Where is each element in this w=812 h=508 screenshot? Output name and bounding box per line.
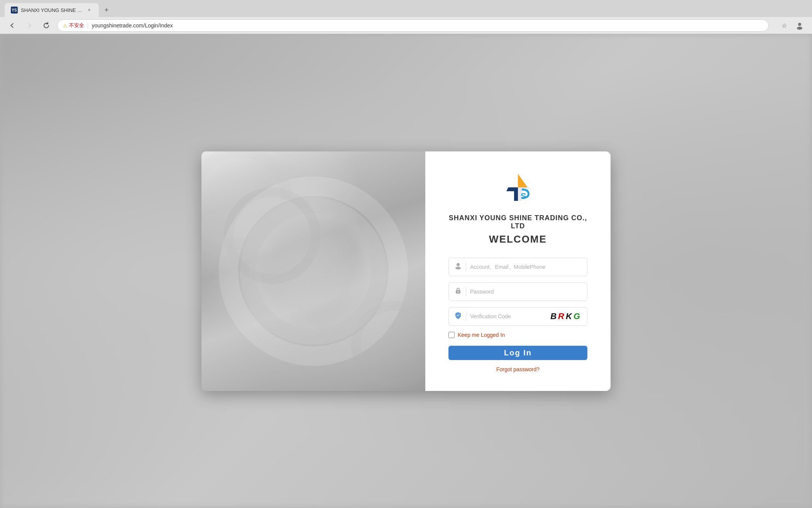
svg-point-11 — [455, 267, 461, 270]
password-form-group — [448, 282, 587, 301]
company-logo: S — [501, 170, 535, 205]
verification-input[interactable] — [470, 313, 532, 319]
remember-label[interactable]: Keep me Logged In — [458, 332, 505, 338]
login-card: S SHANXI YOUNG SHINE TRADING CO., LTD WE… — [201, 151, 611, 391]
lock-icon — [454, 287, 462, 296]
svg-marker-8 — [518, 174, 528, 187]
svg-point-3 — [797, 27, 802, 30]
login-button[interactable]: Log In — [448, 346, 587, 360]
svg-text:YS: YS — [12, 8, 17, 12]
address-bar: ⚠ 不安全 | youngshinetrade.com/Login/Index … — [0, 17, 812, 34]
captcha-image[interactable]: BRKG — [550, 311, 582, 321]
logo-container: S — [501, 170, 535, 206]
security-label: 不安全 — [69, 22, 84, 29]
card-form-panel: S SHANXI YOUNG SHINE TRADING CO., LTD WE… — [425, 151, 611, 391]
tab-bar: YS SHANXI YOUNG SHINE TRADI... × + — [0, 0, 812, 17]
shield-icon — [454, 311, 462, 321]
account-input[interactable] — [470, 264, 582, 270]
forward-button[interactable] — [23, 19, 36, 32]
page-content: S SHANXI YOUNG SHINE TRADING CO., LTD WE… — [0, 34, 812, 508]
url-divider: | — [87, 22, 89, 29]
remember-checkbox[interactable] — [448, 332, 455, 338]
verification-divider — [466, 312, 466, 321]
account-input-wrapper — [448, 258, 587, 276]
tab-close-btn[interactable]: × — [86, 7, 93, 14]
company-name: SHANXI YOUNG SHINE TRADING CO., LTD — [448, 214, 587, 230]
warning-icon: ⚠ — [63, 23, 68, 29]
account-form-group — [448, 258, 587, 276]
tab-title: SHANXI YOUNG SHINE TRADI... — [21, 7, 83, 13]
forgot-password-link[interactable]: Forgot password? — [496, 366, 540, 372]
verification-input-wrapper: BRKG — [448, 307, 587, 326]
welcome-text: WELCOME — [489, 233, 547, 245]
captcha-letter-k: K — [566, 311, 573, 321]
browser-chrome: YS SHANXI YOUNG SHINE TRADI... × + — [0, 0, 812, 34]
captcha-letter-b: B — [550, 311, 558, 321]
remember-row: Keep me Logged In — [448, 332, 587, 338]
active-tab[interactable]: YS SHANXI YOUNG SHINE TRADI... × — [5, 3, 99, 17]
new-tab-button[interactable]: + — [100, 4, 113, 16]
tab-favicon: YS — [11, 7, 18, 14]
bookmark-button[interactable]: ☆ — [778, 19, 790, 32]
card-image-panel — [201, 151, 425, 391]
browser-actions: ☆ — [778, 19, 806, 32]
password-input[interactable] — [470, 289, 582, 295]
user-icon — [454, 262, 462, 272]
svg-point-13 — [458, 291, 459, 292]
url-bar[interactable]: ⚠ 不安全 | youngshinetrade.com/Login/Index — [57, 19, 769, 32]
captcha-letter-g: G — [573, 311, 582, 321]
svg-point-10 — [457, 263, 460, 266]
back-button[interactable] — [6, 19, 19, 32]
captcha-letter-r: R — [558, 311, 566, 321]
password-input-wrapper — [448, 282, 587, 301]
security-warning: ⚠ 不安全 — [63, 22, 84, 29]
reload-button[interactable] — [40, 19, 52, 32]
password-divider — [466, 287, 466, 296]
verification-form-group: BRKG — [448, 307, 587, 326]
profile-button[interactable] — [793, 19, 806, 32]
account-divider — [466, 262, 466, 272]
svg-text:S: S — [521, 191, 526, 201]
star-icon: ☆ — [782, 22, 787, 29]
svg-point-2 — [798, 23, 801, 26]
url-text: youngshinetrade.com/Login/Index — [92, 22, 173, 29]
